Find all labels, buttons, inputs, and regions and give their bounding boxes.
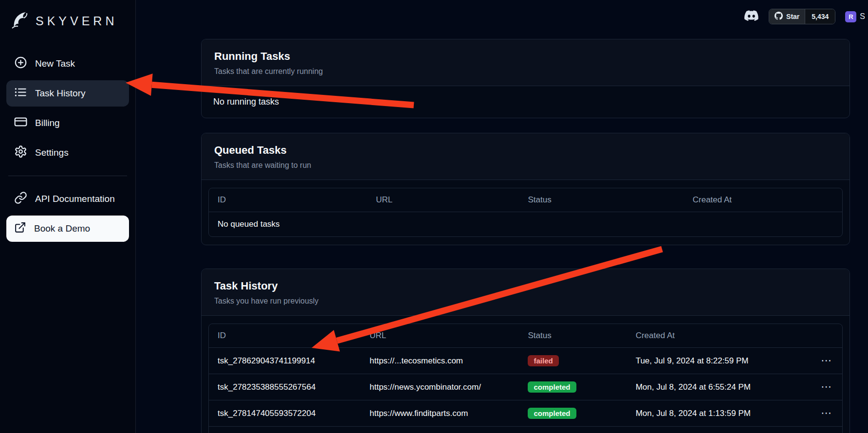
column-header-url: URL [367,188,519,212]
sidebar-item-settings[interactable]: Settings [6,140,129,166]
topbar: Star 5,434 R S [136,0,868,33]
card-title: Queued Tasks [214,144,837,157]
task-id-cell: tsk_278629043741199914 [209,348,361,374]
task-url-cell: https://www.finditparts.com [361,400,519,427]
queued-table-header-row: ID URL Status Created At [209,188,842,212]
column-header-id: ID [209,188,367,212]
task-status-cell: failed [519,348,627,374]
sidebar-item-billing[interactable]: Billing [6,110,129,136]
task-created-at-cell: Tue, Jul 9, 2024 at 8:22:59 PM [627,348,792,374]
running-tasks-header: Running Tasks Tasks that are currently r… [202,39,850,86]
row-menu-button[interactable]: ⋯ [819,381,833,392]
list-icon [14,86,27,101]
task-history-row[interactable]: tsk_278235388555267564https://news.ycomb… [209,374,842,400]
nav-label: Settings [35,147,69,158]
nav-label: New Task [35,58,75,69]
task-status-cell: completed [519,400,627,427]
queued-tasks-header: Queued Tasks Tasks that are waiting to r… [202,133,850,180]
card-subtitle: Tasks that are waiting to run [214,161,837,170]
column-header-created-at: Created At [684,188,842,212]
task-history-row[interactable]: tsk_278629043741199914https://...tecosme… [209,348,842,374]
sidebar-item-new-task[interactable]: New Task [6,51,129,77]
task-url-cell: https://...tecosmetics.com [361,348,519,374]
skyvern-logo[interactable]: SKYVERN [6,7,129,33]
status-badge: completed [528,408,576,419]
task-actions-cell: ⋯ [792,374,842,400]
nav-label: Billing [35,118,60,128]
sidebar-divider [8,176,127,176]
task-history-row[interactable]: tsk_278147405593572204https://www.findit… [209,400,842,427]
status-badge: failed [528,355,558,366]
user-name: S [860,12,865,21]
task-history-card: Task History Tasks you have run previous… [201,269,850,433]
task-created-at-cell: Mon, Jul 8, 2024 at 1:13:59 PM [627,400,792,427]
task-history-tbody: tsk_278629043741199914https://...tecosme… [209,348,842,433]
row-menu-button[interactable]: ⋯ [819,408,833,418]
task-url-cell: https://www.tirabeauty.com/ [361,427,519,433]
plus-circle-icon [14,56,27,72]
column-header-created-at: Created At [627,324,792,348]
github-star-count: 5,434 [805,9,835,24]
user-menu[interactable]: R S [845,11,865,22]
main-content: Running Tasks Tasks that are currently r… [201,39,850,433]
card-subtitle: Tasks you have run previously [214,297,837,306]
task-status-cell: canceled [519,427,627,433]
task-history-row[interactable]: tsk_276727822333810816https://www.tirabe… [209,427,842,433]
credit-card-icon [14,115,27,131]
task-actions-cell: ⋯ [792,348,842,374]
nav-label: API Documentation [35,194,115,204]
card-title: Running Tasks [214,50,837,63]
running-tasks-empty-message: No running tasks [202,86,850,118]
task-history-header: Task History Tasks you have run previous… [202,269,850,316]
task-actions-cell: ⋯ [792,427,842,433]
task-id-cell: tsk_278147405593572204 [209,400,361,427]
column-header-status: Status [519,188,683,212]
discord-button[interactable] [744,10,759,23]
column-header-actions [792,324,842,348]
task-created-at-cell: Thu, Jul 4, 2024 at 5:25:16 PM [627,427,792,433]
task-status-cell: completed [519,374,627,400]
queued-empty-row: No queued tasks [209,212,842,237]
gear-icon [14,145,27,161]
task-created-at-cell: Mon, Jul 8, 2024 at 6:55:24 PM [627,374,792,400]
github-star-segment: Star [769,9,805,24]
status-badge: completed [528,381,576,393]
card-subtitle: Tasks that are currently running [214,67,837,76]
task-url-cell: https://news.ycombinator.com/ [361,374,519,400]
nav-label: Task History [35,88,85,99]
task-id-cell: tsk_278235388555267564 [209,374,361,400]
row-menu-button[interactable]: ⋯ [819,355,833,366]
github-icon [775,12,783,21]
github-star-button[interactable]: Star 5,434 [769,9,835,24]
nav-label: Book a Demo [34,223,90,234]
task-actions-cell: ⋯ [792,400,842,427]
column-header-id: ID [209,324,361,348]
queued-tasks-table: ID URL Status Created At No queued tasks [208,188,843,237]
history-table-header-row: ID URL Status Created At [209,324,842,348]
task-history-table: ID URL Status Created At tsk_27862904374… [208,324,843,433]
github-star-label: Star [786,13,799,20]
sidebar-secondary-nav: API Documentation Book a Demo [6,186,129,242]
book-a-demo-button[interactable]: Book a Demo [6,216,129,242]
queued-tasks-card: Queued Tasks Tasks that are waiting to r… [201,133,850,245]
avatar: R [845,11,856,22]
brand-name: SKYVERN [36,14,117,28]
sidebar-item-task-history[interactable]: Task History [6,80,129,107]
column-header-status: Status [519,324,627,348]
running-tasks-card: Running Tasks Tasks that are currently r… [201,39,850,118]
task-id-cell: tsk_276727822333810816 [209,427,361,433]
sidebar-nav: New Task Task History Billing [6,51,129,166]
discord-icon [744,10,759,23]
sidebar: SKYVERN New Task Task History [0,0,136,433]
link-icon [14,191,27,207]
queued-tasks-empty-message: No queued tasks [209,212,842,237]
external-link-icon [14,221,26,236]
skyvern-logo-icon [9,9,32,33]
column-header-url: URL [361,324,519,348]
sidebar-item-api-documentation[interactable]: API Documentation [6,186,129,212]
card-title: Task History [214,280,837,292]
